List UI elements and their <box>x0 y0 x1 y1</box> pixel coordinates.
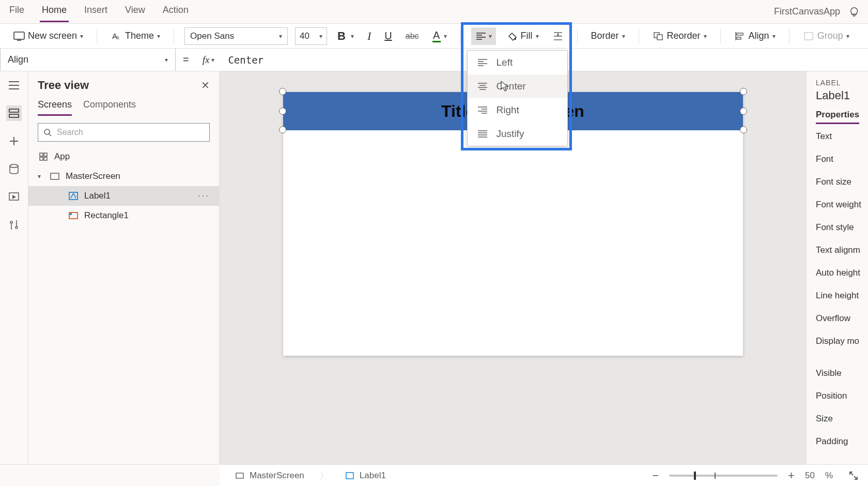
breadcrumb-control[interactable]: Label1 <box>339 468 391 483</box>
align-justify-icon <box>477 128 488 140</box>
fit-to-window-icon[interactable] <box>848 470 859 481</box>
selection-handle[interactable] <box>279 88 286 95</box>
prop-row[interactable]: Position <box>816 385 868 407</box>
menu-bar: File Home Insert View Action FirstCanvas… <box>0 0 868 24</box>
chevron-down-icon: ▾ <box>157 33 160 40</box>
tree-view-title: Tree view <box>38 79 89 92</box>
prop-row[interactable]: Overflow <box>816 307 868 330</box>
prop-row[interactable]: Visible <box>816 362 868 385</box>
font-name-selector[interactable]: Open Sans ▾ <box>184 27 288 45</box>
bold-button[interactable]: B▾ <box>334 27 357 45</box>
tree-node-screen[interactable]: ▾ MasterScreen <box>28 166 219 186</box>
zoom-slider[interactable] <box>669 475 778 477</box>
align-option-center[interactable]: Center <box>468 74 567 98</box>
chevron-down-icon: ▾ <box>704 33 707 40</box>
zoom-in-button[interactable]: + <box>788 469 795 482</box>
svg-rect-29 <box>657 35 662 40</box>
rail-data-icon[interactable] <box>6 161 22 177</box>
align-option-justify[interactable]: Justify <box>468 122 567 146</box>
strikethrough-button[interactable]: abc <box>402 29 422 43</box>
svg-point-47 <box>44 129 50 134</box>
border-button[interactable]: Border ▾ <box>588 28 628 43</box>
selection-handle[interactable] <box>740 108 747 115</box>
tree-node-rectangle1[interactable]: Rectangle1 <box>28 206 219 225</box>
align-objects-button[interactable]: Align ▾ <box>731 28 779 44</box>
tree-node-label1[interactable]: Label1 ··· <box>28 186 219 206</box>
menu-insert[interactable]: Insert <box>82 2 110 22</box>
rail-insert-icon[interactable] <box>6 133 22 149</box>
theme-button[interactable]: Aa Theme ▾ <box>107 28 163 44</box>
menu-action[interactable]: Action <box>161 2 191 22</box>
breadcrumb-screen[interactable]: MasterScreen <box>229 468 309 483</box>
rail-treeview-icon[interactable] <box>6 105 22 121</box>
fill-color-button[interactable]: Fill ▾ <box>503 28 542 44</box>
property-selector[interactable]: Align ▾ <box>0 49 176 71</box>
label-icon <box>344 470 355 481</box>
prop-row[interactable]: Font weight <box>816 193 868 216</box>
svg-point-8 <box>514 38 516 40</box>
fx-button[interactable]: fx ▾ <box>196 54 221 66</box>
svg-rect-52 <box>44 157 47 160</box>
svg-point-44 <box>16 226 18 229</box>
svg-rect-53 <box>51 173 59 179</box>
prop-row[interactable]: Text alignm <box>816 239 868 262</box>
vertical-align-button[interactable] <box>549 28 567 44</box>
chevron-down-icon: ▾ <box>279 33 282 40</box>
left-rail <box>0 71 28 464</box>
svg-rect-32 <box>737 37 741 39</box>
italic-button[interactable]: I <box>364 27 374 45</box>
prop-row[interactable]: Line height <box>816 284 868 307</box>
selection-handle[interactable] <box>740 88 747 95</box>
menu-view[interactable]: View <box>123 2 147 22</box>
rail-hamburger-icon[interactable] <box>6 78 22 93</box>
underline-button[interactable]: U <box>381 28 395 44</box>
group-button[interactable]: Group ▾ <box>800 28 853 44</box>
properties-tab[interactable]: Properties <box>816 110 859 124</box>
align-option-right[interactable]: Right <box>468 98 567 122</box>
prop-row[interactable]: Font <box>816 148 868 171</box>
reorder-icon <box>653 31 664 42</box>
close-icon[interactable]: ✕ <box>201 79 210 92</box>
prop-row[interactable]: Padding <box>816 430 868 453</box>
svg-point-43 <box>10 221 12 223</box>
selection-handle[interactable] <box>279 126 286 133</box>
zoom-out-button[interactable]: − <box>652 469 659 482</box>
prop-row[interactable]: Display mo <box>816 330 868 353</box>
font-color-button[interactable]: A ▾ <box>429 28 450 44</box>
rail-media-icon[interactable] <box>6 189 22 205</box>
prop-row[interactable]: Size <box>816 407 868 430</box>
search-input[interactable]: Search <box>38 123 210 142</box>
prop-row[interactable]: Auto height <box>816 262 868 284</box>
chevron-down-icon: ▾ <box>165 56 168 64</box>
prop-row[interactable]: Text <box>816 125 868 148</box>
tab-screens[interactable]: Screens <box>38 99 72 116</box>
reorder-button[interactable]: Reorder ▾ <box>649 28 710 44</box>
rail-advanced-icon[interactable] <box>6 217 22 233</box>
svg-rect-37 <box>9 109 19 112</box>
zoom-value: 50 <box>805 470 815 481</box>
tab-components[interactable]: Components <box>83 99 136 116</box>
align-center-icon <box>477 81 488 92</box>
font-size-selector[interactable]: 40 ▾ <box>295 27 327 45</box>
prop-row[interactable]: Font size <box>816 171 868 193</box>
tree-view-panel: Tree view ✕ Screens Components Search Ap… <box>28 71 220 464</box>
chevron-down-icon: ▾ <box>38 173 44 180</box>
app-icon <box>38 151 49 162</box>
new-screen-button[interactable]: New screen ▾ <box>10 28 86 44</box>
menu-home[interactable]: Home <box>40 2 69 22</box>
prop-row[interactable]: Font style <box>816 216 868 239</box>
ribbon-toolbar: New screen ▾ Aa Theme ▾ Open Sans ▾ 40 ▾… <box>0 24 868 49</box>
control-name-label[interactable]: Label1 <box>816 89 868 102</box>
app-checker-icon[interactable] <box>849 6 861 18</box>
selection-handle[interactable] <box>279 108 286 115</box>
align-option-left[interactable]: Left <box>468 51 567 74</box>
svg-rect-49 <box>40 153 43 156</box>
menu-file[interactable]: File <box>7 2 26 22</box>
tree-node-app[interactable]: App <box>28 147 219 166</box>
svg-line-55 <box>71 193 73 198</box>
screen-icon <box>49 171 60 182</box>
selection-handle[interactable] <box>740 126 747 133</box>
chevron-down-icon: ▾ <box>772 33 776 40</box>
more-options-icon[interactable]: ··· <box>198 191 210 201</box>
text-align-button[interactable]: ▾ <box>471 27 496 45</box>
